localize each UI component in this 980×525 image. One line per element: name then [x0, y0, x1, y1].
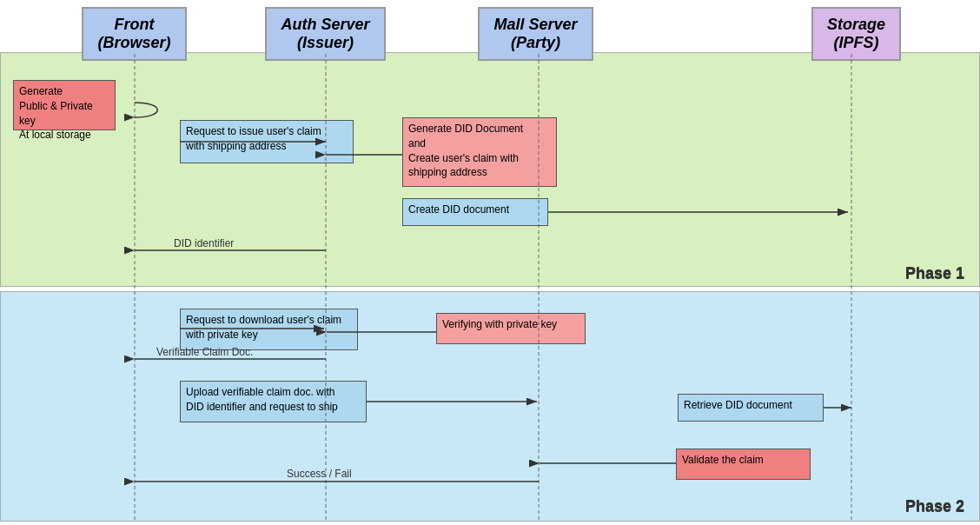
- actor-front-box: Front(Browser): [82, 7, 186, 61]
- verifying-text: Verifying with private key: [442, 318, 557, 330]
- actor-storage-box: Storage(IPFS): [811, 7, 901, 61]
- phase2-label: Phase 2: [905, 497, 964, 515]
- diagram: Phase 1 Phase 2 Front(Browser) Auth Serv…: [0, 0, 980, 525]
- generate-did-box: Generate DID DocumentandCreate user's cl…: [402, 117, 557, 187]
- generate-key-box: Generate Public & Private key At local s…: [13, 80, 116, 130]
- actor-auth-label: Auth Server(Issuer): [281, 16, 369, 52]
- actor-storage-label: Storage(IPFS): [827, 16, 885, 52]
- validate-claim-text: Validate the claim: [682, 454, 764, 466]
- actor-storage: Storage(IPFS): [776, 7, 937, 61]
- verifying-box: Verifying with private key: [436, 313, 586, 344]
- actor-mall-label: Mall Server(Party): [493, 16, 577, 52]
- actor-mall: Mall Server(Party): [455, 7, 616, 61]
- actor-front: Front(Browser): [63, 7, 206, 61]
- phase1-label: Phase 1: [905, 264, 964, 282]
- actor-auth: Auth Server(Issuer): [245, 7, 406, 61]
- validate-claim-box: Validate the claim: [676, 449, 811, 480]
- request-download-box: Request to download user's claimwith pri…: [180, 309, 358, 350]
- generate-key-text: Generate Public & Private key At local s…: [19, 85, 93, 141]
- create-did-box: Create DID document: [402, 198, 548, 226]
- request-issue-box: Request to issue user's claimwith shippi…: [180, 120, 354, 163]
- create-did-text: Create DID document: [408, 203, 509, 216]
- actor-auth-box: Auth Server(Issuer): [265, 7, 385, 61]
- actor-front-label: Front(Browser): [97, 16, 170, 52]
- actor-mall-box: Mall Server(Party): [478, 7, 593, 61]
- retrieve-did-text: Retrieve DID document: [684, 399, 792, 411]
- retrieve-did-box: Retrieve DID document: [678, 394, 824, 422]
- request-download-text: Request to download user's claimwith pri…: [186, 314, 341, 341]
- generate-did-text: Generate DID DocumentandCreate user's cl…: [408, 123, 523, 178]
- upload-verifiable-text: Upload verifiable claim doc. withDID ide…: [186, 386, 338, 413]
- request-issue-text: Request to issue user's claimwith shippi…: [186, 125, 321, 152]
- upload-verifiable-box: Upload verifiable claim doc. withDID ide…: [180, 381, 367, 422]
